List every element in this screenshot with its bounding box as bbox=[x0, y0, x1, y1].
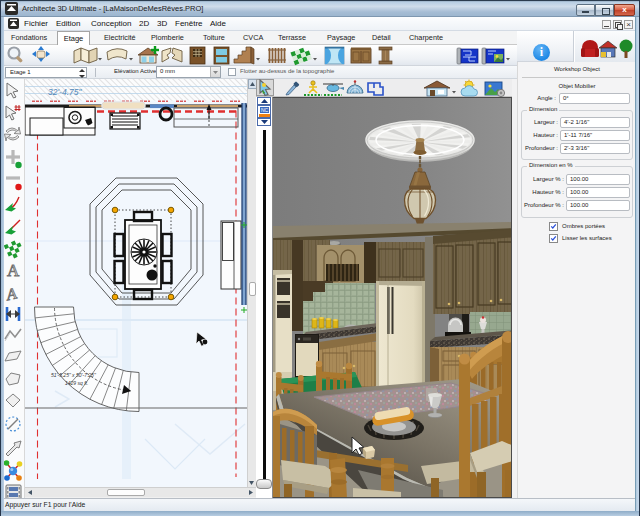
svg-text:A: A bbox=[7, 261, 20, 280]
svg-text:A: A bbox=[4, 285, 18, 304]
svg-text:1429 sq ft.: 1429 sq ft. bbox=[65, 380, 88, 386]
svg-text:32'-4.75": 32'-4.75" bbox=[48, 87, 82, 97]
svg-text:51'-5.25" x 50'-7.25": 51'-5.25" x 50'-7.25" bbox=[51, 372, 96, 378]
